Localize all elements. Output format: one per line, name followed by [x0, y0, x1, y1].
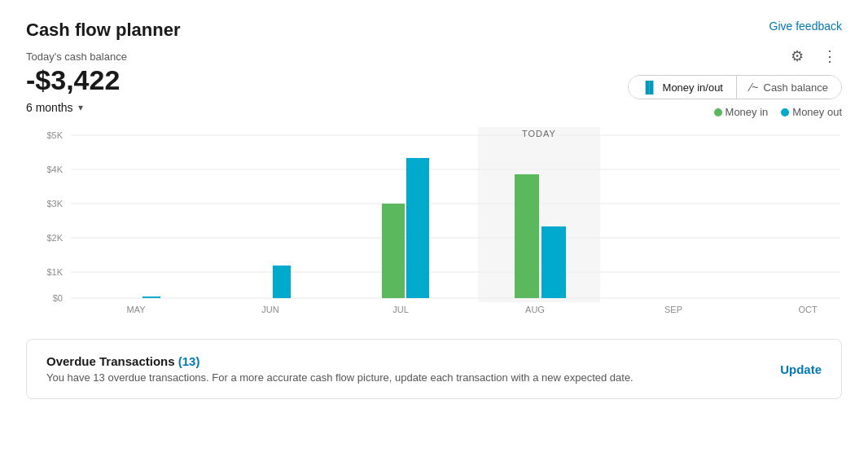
svg-text:$5K: $5K: [46, 130, 63, 140]
svg-text:$3K: $3K: [46, 199, 63, 209]
settings-icon[interactable]: ⚙: [785, 44, 809, 68]
give-feedback-link[interactable]: Give feedback: [769, 20, 843, 33]
update-button[interactable]: Update: [761, 362, 822, 376]
overdue-title: Overdue Transactions (13): [46, 354, 761, 368]
bar-jul-out: [406, 158, 429, 298]
bar-may-out: [142, 296, 160, 298]
view-toggle: ▐▌ Money in/out ∕~ Cash balance: [628, 75, 842, 99]
overdue-text-block: Overdue Transactions (13) You have 13 ov…: [46, 354, 761, 384]
svg-text:TODAY: TODAY: [522, 129, 556, 138]
right-controls: ⚙ ⋮ ▐▌ Money in/out ∕~ Cash balance Mone…: [628, 44, 842, 118]
chevron-down-icon: ▾: [78, 102, 83, 113]
months-selector[interactable]: 6 months ▾: [26, 101, 127, 114]
months-label: 6 months: [26, 101, 73, 114]
bar-jun-out: [273, 266, 291, 298]
legend-money-in: Money in: [714, 106, 769, 118]
money-in-out-toggle[interactable]: ▐▌ Money in/out: [629, 76, 737, 99]
line-chart-icon: ∕~: [750, 81, 759, 94]
bar-chart: $5K $4K $3K $2K $1K $0 TODAY: [26, 127, 842, 323]
page-title: Cash flow planner: [26, 20, 180, 41]
svg-text:MAY: MAY: [126, 305, 146, 314]
svg-text:AUG: AUG: [525, 305, 545, 314]
bar-aug-in-hatch: [515, 174, 539, 239]
cash-balance-value: -$3,422: [26, 64, 127, 96]
cash-balance-toggle[interactable]: ∕~ Cash balance: [737, 76, 841, 99]
chart-legend: Money in Money out: [714, 106, 842, 118]
svg-text:SEP: SEP: [664, 305, 682, 314]
svg-text:$1K: $1K: [46, 267, 63, 277]
overdue-count: (13): [178, 354, 200, 368]
overdue-banner: Overdue Transactions (13) You have 13 ov…: [26, 339, 842, 399]
bar-jul-in: [382, 204, 405, 298]
legend-dot-out: [781, 108, 789, 116]
svg-text:$0: $0: [53, 293, 63, 303]
svg-text:JUN: JUN: [261, 305, 278, 314]
bar-aug-out-hatch: [541, 226, 566, 262]
svg-text:OCT: OCT: [798, 305, 818, 314]
svg-text:$4K: $4K: [46, 165, 63, 174]
more-options-icon[interactable]: ⋮: [818, 44, 842, 68]
bar-chart-icon: ▐▌: [642, 81, 658, 94]
legend-money-out: Money out: [781, 106, 842, 118]
svg-text:JUL: JUL: [392, 305, 409, 314]
svg-text:$2K: $2K: [46, 233, 63, 243]
chart-area: $5K $4K $3K $2K $1K $0 TODAY: [26, 127, 842, 323]
overdue-description: You have 13 overdue transactions. For a …: [46, 371, 761, 384]
legend-dot-in: [714, 108, 722, 116]
today-cash-label: Today's cash balance: [26, 50, 127, 63]
